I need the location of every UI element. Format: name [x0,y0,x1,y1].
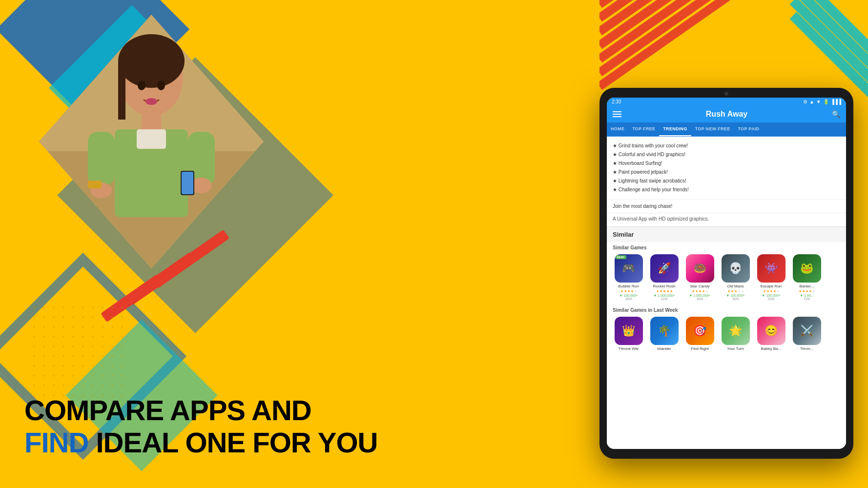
game-name-islander: Islander [648,346,680,351]
battery-indicator: 🔋 [823,99,829,104]
game-name-babby: Babby Ba... [755,346,787,351]
game-downloads-escape: ▼ 100,000+ [762,294,780,297]
game-find-right[interactable]: 🎯 Find Right [684,317,716,351]
game-size-rocket: 32M [661,297,668,301]
game-escape-run[interactable]: 👾 Escape Run ★★★★★ ▼ 100,000+ 32M [755,254,787,301]
game-downloads-bubble: ▼ 100,000+ [619,294,638,297]
desc-item-4: Paint powered jetpack! [613,168,840,177]
game-stars-banana: ★★★★★ [799,289,815,293]
similar-games-row[interactable]: NEW! 🎮 Bubble Run ★★★★★ ▼ 100,000+ 36M 🚀 [607,252,846,305]
game-your-turn[interactable]: 🌟 Your Turn [720,317,751,351]
game-rocket-rush[interactable]: 🚀 Rocket Rush ★★★★★ ▼ 1,000,000+ 32M [648,254,680,301]
game-icon-thron2[interactable]: ⚔️ [793,317,821,345]
svg-rect-9 [137,129,166,149]
find-rest: IDEAL ONE FOR YOU [88,427,377,458]
game-banana[interactable]: 🐸 Banan... ★★★★★ ▼ 1,00... 71M [791,254,823,301]
babby-icon-inner: 😊 [757,317,785,345]
tab-trending[interactable]: TRENDING [659,122,691,136]
svg-rect-19 [88,181,102,188]
desc-item-6: Challenge and help your friends! [613,185,840,194]
game-downloads-candy: ▼ 1,000,000+ [689,294,710,297]
game-icon-throne-war[interactable]: 👑 [615,317,643,345]
game-size-bubble: 36M [625,297,632,301]
escape-icon-inner: 👾 [757,254,785,283]
new-badge: NEW! [616,255,626,259]
game-bubble-run[interactable]: NEW! 🎮 Bubble Run ★★★★★ ▼ 100,000+ 36M [613,254,644,301]
svg-rect-10 [88,132,115,185]
game-stars-rocket: ★★★★★ [656,289,673,293]
game-icon-escape-run[interactable]: 👾 [757,254,785,283]
svg-point-5 [118,34,185,88]
findright-icon-inner: 🎯 [686,317,714,345]
game-icon-babby[interactable]: 😊 [757,317,785,345]
signal-icon: ▲ [809,99,814,104]
tab-top-new-free[interactable]: TOP NEW FREE [691,122,734,136]
rocket-icon-inner: 🚀 [650,254,679,283]
similar-last-week-label: Similar Games in Last Week [607,305,846,315]
game-icon-find-right[interactable]: 🎯 [686,317,714,345]
description-list: Grind trains with your cool crew! Colorf… [607,137,846,200]
tablet-frame: 2:30 ⚙ ▲ ▼ 🔋 ▐▐▐ Rush Away 🔍 HOME [599,88,853,459]
network-bars: ▐▐▐ [831,99,841,104]
game-babby[interactable]: 😊 Babby Ba... [755,317,787,351]
game-name-find-right: Find Right [684,346,716,351]
svg-rect-6 [118,61,125,120]
game-icon-your-turn[interactable]: 🌟 [722,317,750,345]
left-hero-section: COMPARE APPS AND FIND IDEAL ONE FOR YOU [0,0,425,488]
game-star-candy[interactable]: 🍩 Star Candy ★★★★★ ▼ 1,000,000+ 36M [684,254,716,301]
settings-icon: ⚙ [803,99,807,104]
game-name-old-mans: Old Mans [720,284,751,289]
game-name-rocket-rush: Rocket Rush [648,284,680,289]
game-name-banana: Banan... [791,284,823,289]
game-old-mans[interactable]: 💀 Old Mans ★★★★★ ▼ 100,000+ 36M [720,254,751,301]
game-icon-banana[interactable]: 🐸 [793,254,821,283]
hero-headline: COMPARE APPS AND FIND IDEAL ONE FOR YOU [24,395,400,459]
game-icon-old-mans[interactable]: 💀 [722,254,750,283]
svg-point-16 [138,81,145,90]
hero-photo [39,15,264,268]
svg-rect-15 [182,172,193,194]
throne-icon-inner: 👑 [615,317,643,345]
search-icon[interactable]: 🔍 [832,110,840,118]
find-bold: FIND [24,427,88,458]
banana-icon-inner: 🐸 [793,254,821,283]
game-icon-bubble-run[interactable]: NEW! 🎮 [615,254,643,283]
game-icon-rocket-rush[interactable]: 🚀 [650,254,679,283]
game-stars-escape: ★★★★★ [763,289,780,293]
similar-last-week-row[interactable]: 👑 Throne War 🌴 Islander 🎯 [607,315,846,355]
stripes-decoration [599,0,795,117]
tab-top-paid[interactable]: TOP PAID [734,122,763,136]
islander-icon-inner: 🌴 [650,317,679,345]
game-downloads-oldmans: ▼ 100,000+ [726,294,744,297]
game-icon-star-candy[interactable]: 🍩 [686,254,714,283]
content-area: Grind trains with your cool crew! Colorf… [607,137,846,449]
game-icon-islander[interactable]: 🌴 [650,317,679,345]
nav-tabs: HOME TOP FREE TRENDING TOP NEW FREE TOP … [607,122,846,137]
svg-rect-7 [142,112,161,132]
universal-text: A Universal App with HD optimized graphi… [607,213,846,226]
game-size-escape: 32M [768,297,775,301]
game-size-banana: 71M [804,297,810,301]
desc-item-3: Hoverboard Surfing! [613,159,840,168]
svg-point-18 [145,98,157,105]
game-downloads-banana: ▼ 1,00... [800,294,813,297]
candy-icon-inner: 🍩 [686,254,714,283]
game-downloads-rocket: ▼ 1,000,000+ [653,294,675,297]
wifi-icon: ▼ [816,99,821,104]
similar-header: Similar [607,226,846,242]
headline-line2: FIND IDEAL ONE FOR YOU [24,426,400,459]
game-name-escape-run: Escape Run [755,284,787,289]
game-throne-war[interactable]: 👑 Throne War [613,317,644,351]
game-thron2[interactable]: ⚔️ Thron... [791,317,823,351]
similar-games-label: Similar Games [607,242,846,252]
game-stars-candy: ★★★★★ [692,289,708,293]
desc-item-2: Colorful and vivid HD graphics! [613,150,840,159]
game-islander[interactable]: 🌴 Islander [648,317,680,351]
game-stars-oldmans: ★★★★★ [727,289,744,293]
oldmans-icon-inner: 💀 [722,254,750,283]
tab-home[interactable]: HOME [607,122,628,136]
game-name-throne-war: Throne War [613,346,644,351]
yourturn-icon-inner: 🌟 [722,317,750,345]
tab-top-free[interactable]: TOP FREE [628,122,659,136]
game-size-oldmans: 36M [732,297,739,301]
